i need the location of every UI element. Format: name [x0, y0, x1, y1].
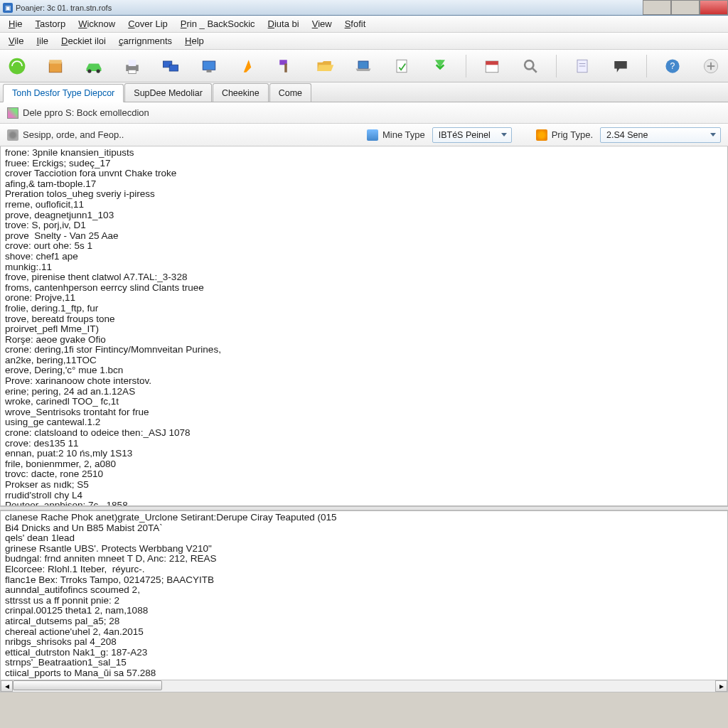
svg-rect-11: [207, 70, 212, 73]
printer-icon[interactable]: [119, 53, 145, 80]
folder-open-icon[interactable]: [312, 53, 338, 80]
svg-line-19: [532, 68, 536, 72]
horizontal-scrollbar[interactable]: ◂ ▸: [0, 680, 728, 692]
menu-item[interactable]: Cover Lip: [122, 16, 173, 31]
mine-type-value: IBTéS Peinel: [439, 130, 491, 140]
chevron-down-icon: [501, 133, 507, 136]
laptop-icon[interactable]: [350, 53, 376, 80]
toolbar-separator: [466, 55, 466, 77]
svg-point-4: [97, 69, 100, 73]
tab[interactable]: Tonh Desfor Type Diepcor: [3, 84, 124, 102]
spark-icon[interactable]: [235, 53, 260, 80]
menu-item[interactable]: Deckiet iloi: [55, 33, 112, 48]
maximize-button[interactable]: [671, 0, 700, 15]
svg-rect-9: [170, 65, 178, 71]
menu-item[interactable]: Iile: [31, 33, 54, 48]
log-pane-upper[interactable]: frone: 3pnile knansien_itipusts fruee: E…: [0, 146, 728, 506]
log-pane-lower[interactable]: clanese Rache Phok anet)grate_Urclone Se…: [0, 510, 728, 680]
menu-item[interactable]: çarrignments: [113, 33, 178, 48]
document-check-icon[interactable]: [389, 53, 414, 80]
svg-rect-17: [486, 61, 498, 65]
circle-icon: [536, 129, 547, 141]
car-icon[interactable]: [81, 53, 107, 80]
box-icon[interactable]: [43, 53, 68, 80]
info-bar-text: Dele ppro S: Bock emollecdion: [23, 107, 149, 118]
download-icon[interactable]: [427, 53, 453, 80]
prig-type-value: 2.S4 Sene: [606, 130, 648, 140]
scroll-left-button[interactable]: ◂: [1, 680, 13, 692]
menu-bar-primary: HieTastorpWicknowCover LipPrin _ BackSoc…: [0, 16, 728, 33]
tab[interactable]: SupDee Medoliar: [124, 83, 212, 102]
tab[interactable]: Come: [269, 83, 311, 102]
page-icon[interactable]: [569, 53, 595, 80]
menu-item[interactable]: Help: [179, 33, 210, 48]
menu-item[interactable]: Wicknow: [73, 16, 121, 31]
app-icon: ▣: [3, 3, 13, 13]
scroll-thumb[interactable]: [13, 680, 162, 690]
search-icon[interactable]: [518, 53, 543, 80]
minimize-button[interactable]: [643, 0, 671, 15]
svg-rect-1: [49, 62, 62, 72]
menu-bar-secondary: VileIileDeckiet iloiçarrignmentsHelp: [0, 33, 728, 50]
comment-icon[interactable]: [608, 53, 633, 80]
svg-point-18: [525, 60, 533, 69]
monitors-icon[interactable]: [158, 53, 183, 80]
prig-type-dropdown[interactable]: 2.S4 Sene: [600, 127, 721, 143]
window-title: Poanjer: 3c 01. tran.stn.rofs: [16, 4, 112, 12]
svg-point-0: [9, 58, 26, 74]
cube-icon: [367, 129, 378, 141]
scroll-track[interactable]: [13, 680, 715, 692]
svg-rect-15: [397, 60, 407, 73]
info-bar: Dele ppro S: Bock emollecdion: [0, 102, 728, 124]
session-label: Sesipp, orde, and Feop..: [23, 129, 124, 140]
toolbar-separator: [556, 55, 557, 77]
svg-rect-14: [358, 61, 368, 69]
gear-icon: [7, 129, 18, 141]
title-bar: ▣ Poanjer: 3c 01. tran.stn.rofs: [0, 0, 728, 16]
menu-item[interactable]: Diuta bi: [262, 16, 305, 31]
svg-text:?: ?: [670, 61, 675, 71]
menu-item[interactable]: Vile: [3, 33, 29, 48]
menu-item[interactable]: Tastorp: [30, 16, 72, 31]
tab[interactable]: Cheekine: [213, 83, 269, 102]
toolbar-separator: [646, 55, 647, 77]
menu-item[interactable]: View: [306, 16, 338, 31]
grid-icon: [7, 107, 18, 119]
svg-rect-6: [129, 60, 136, 66]
prig-type-label: Prig Type.: [552, 129, 593, 140]
globe-icon[interactable]: [4, 53, 30, 80]
chevron-down-icon: [710, 133, 716, 136]
menu-item[interactable]: Prin _ BackSockic: [175, 16, 261, 31]
scroll-right-button[interactable]: ▸: [715, 680, 727, 692]
tab-strip: Tonh Desfor Type DiepcorSupDee MedoliarC…: [0, 82, 728, 102]
svg-rect-2: [49, 60, 62, 63]
svg-rect-7: [129, 70, 136, 73]
hammer-icon[interactable]: [273, 53, 299, 80]
filter-bar: Sesipp, orde, and Feop.. Mine Type IBTéS…: [0, 124, 728, 146]
menu-item[interactable]: Hie: [3, 16, 28, 31]
svg-rect-10: [203, 61, 216, 70]
screen-icon[interactable]: [196, 53, 222, 80]
mine-type-label: Mine Type: [382, 129, 425, 140]
svg-point-3: [87, 69, 91, 73]
mine-type-dropdown[interactable]: IBTéS Peinel: [432, 127, 512, 143]
add-icon[interactable]: [698, 53, 724, 80]
calendar-icon[interactable]: [479, 53, 505, 80]
menu-item[interactable]: Sfofit: [339, 16, 372, 31]
help-icon[interactable]: ?: [660, 53, 685, 80]
svg-rect-13: [285, 63, 288, 72]
close-button[interactable]: [700, 0, 728, 15]
toolbar: ?: [0, 50, 728, 82]
